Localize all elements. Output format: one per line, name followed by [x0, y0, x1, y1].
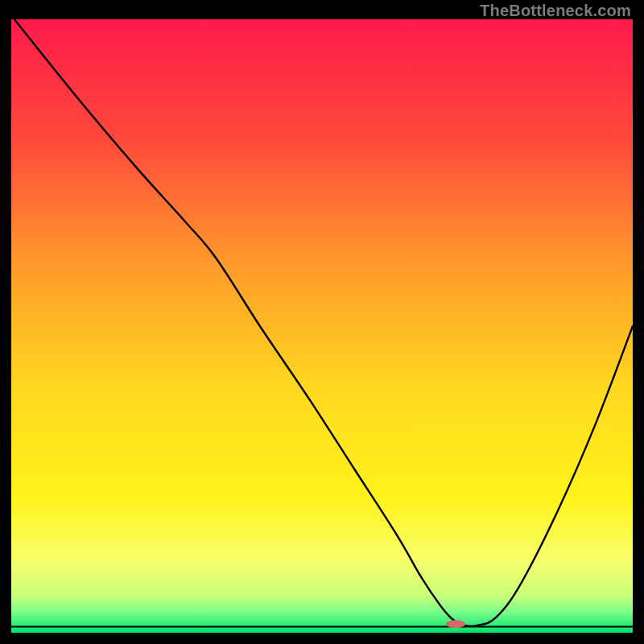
watermark-text: TheBottleneck.com	[480, 2, 631, 20]
bottleneck-chart	[11, 19, 633, 633]
gradient-background	[11, 19, 633, 633]
chart-frame	[11, 19, 633, 633]
optimum-marker	[446, 620, 465, 628]
